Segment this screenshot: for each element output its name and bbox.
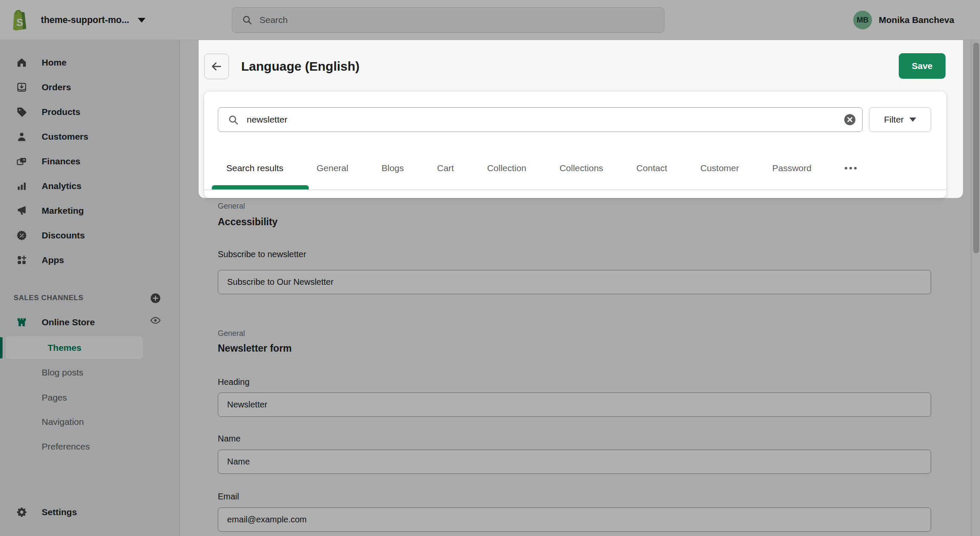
chevron-down-icon (909, 118, 916, 122)
sidebar-item-label: Customers (42, 132, 88, 142)
sales-channels-header: SALES CHANNELS (14, 290, 167, 306)
clear-search-icon[interactable] (843, 113, 856, 126)
home-icon (16, 57, 27, 68)
scrollbar-thumb[interactable] (973, 43, 979, 253)
sidebar-item-marketing[interactable]: Marketing (0, 198, 180, 223)
field-label: Subscribe to newsletter (218, 249, 306, 259)
search-card: Filter Search results General Blogs Cart… (204, 92, 946, 198)
sidebar-item-pages[interactable]: Pages (0, 387, 180, 408)
bar-chart-icon (16, 181, 27, 192)
sidebar-item-label: Pages (42, 393, 67, 403)
tag-icon (16, 106, 27, 118)
sidebar-item-navigation[interactable]: Navigation (0, 411, 180, 433)
tab-blogs[interactable]: Blogs (382, 163, 404, 173)
language-editor-sheet: Language (English) Save Filter Search re… (199, 40, 963, 198)
sidebar-item-label: Navigation (42, 417, 84, 427)
store-switcher[interactable]: theme-support-mo... (41, 0, 145, 40)
sidebar-item-home[interactable]: Home (0, 50, 180, 75)
tab-collections[interactable]: Collections (559, 163, 603, 173)
apps-icon (16, 255, 27, 266)
field-label: Email (218, 492, 239, 502)
finances-icon (16, 156, 27, 167)
global-search[interactable] (232, 7, 664, 33)
sidebar: Home Orders Products Customers Finances … (0, 40, 180, 536)
add-sales-channel-icon[interactable] (150, 292, 161, 304)
section-category: General (218, 329, 245, 338)
sidebar-item-products[interactable]: Products (0, 100, 180, 124)
search-icon (242, 14, 253, 26)
discount-icon (16, 230, 27, 241)
tab-bar: Search results General Blogs Cart Collec… (226, 160, 857, 177)
section-category: General (218, 202, 245, 211)
sidebar-item-label: Online Store (42, 317, 95, 327)
field-label: Heading (218, 377, 250, 387)
store-name: theme-support-mo... (41, 15, 129, 26)
tab-customer[interactable]: Customer (700, 163, 739, 173)
filter-button[interactable]: Filter (869, 107, 931, 132)
back-arrow-icon (210, 60, 223, 73)
active-item-accent-bar (0, 337, 3, 358)
global-search-input[interactable] (259, 15, 634, 25)
sidebar-item-label: Marketing (42, 206, 84, 216)
translation-search-field[interactable] (218, 107, 863, 132)
sidebar-item-label: Blog posts (42, 367, 83, 378)
tabs-overflow-icon[interactable] (845, 167, 857, 169)
field-label: Name (218, 434, 240, 444)
page-title: Language (English) (241, 56, 359, 77)
translation-search-input[interactable] (247, 115, 825, 125)
avatar: MB (853, 11, 872, 29)
sidebar-item-customers[interactable]: Customers (0, 124, 180, 149)
chevron-down-icon (138, 18, 145, 23)
sidebar-item-analytics[interactable]: Analytics (0, 174, 180, 198)
subscribe-to-newsletter-input[interactable] (218, 270, 931, 294)
sidebar-item-label: Settings (42, 507, 77, 517)
person-icon (16, 131, 27, 142)
storefront-icon (16, 317, 27, 328)
sidebar-item-label: Analytics (42, 181, 81, 191)
sidebar-item-settings[interactable]: Settings (0, 500, 180, 525)
eye-icon[interactable] (150, 315, 161, 326)
tab-general[interactable]: General (316, 163, 348, 173)
name-input[interactable] (218, 450, 931, 474)
sidebar-item-discounts[interactable]: Discounts (0, 223, 180, 248)
tab-contact[interactable]: Contact (636, 163, 667, 173)
sidebar-item-label: Themes (48, 336, 81, 359)
svg-text:S: S (17, 17, 23, 28)
filter-label: Filter (884, 115, 904, 125)
sidebar-item-orders[interactable]: Orders (0, 75, 180, 100)
sales-channels-label: SALES CHANNELS (14, 294, 83, 302)
tab-search-results[interactable]: Search results (226, 163, 283, 173)
section-heading: Accessibility (218, 216, 278, 228)
scrollbar-track[interactable] (971, 40, 980, 536)
section-heading: Newsletter form (218, 343, 292, 354)
shopify-logo-icon[interactable]: S (11, 9, 28, 31)
tabs-divider (204, 189, 946, 190)
sidebar-item-label: Apps (42, 255, 64, 265)
sidebar-item-label: Preferences (42, 441, 90, 452)
search-icon (228, 114, 239, 126)
tab-cart[interactable]: Cart (437, 163, 454, 173)
email-input[interactable] (218, 507, 931, 532)
orders-icon (16, 82, 27, 93)
sidebar-item-preferences[interactable]: Preferences (0, 436, 180, 457)
sidebar-item-label: Orders (42, 82, 71, 92)
tab-collection[interactable]: Collection (487, 163, 526, 173)
sidebar-item-themes[interactable]: Themes (6, 336, 143, 359)
sidebar-item-apps[interactable]: Apps (0, 248, 180, 272)
sidebar-item-blog-posts[interactable]: Blog posts (0, 362, 180, 383)
sidebar-item-label: Products (42, 107, 80, 117)
sidebar-item-finances[interactable]: Finances (0, 149, 180, 174)
user-name: Monika Bancheva (879, 15, 954, 25)
topbar: S theme-support-mo... MB Monika Bancheva (0, 0, 980, 40)
save-button[interactable]: Save (899, 53, 946, 79)
sidebar-item-label: Discounts (42, 230, 85, 241)
megaphone-icon (16, 205, 27, 216)
user-menu[interactable]: MB Monika Bancheva (853, 0, 954, 40)
tab-password[interactable]: Password (772, 163, 812, 173)
back-button[interactable] (204, 54, 229, 79)
heading-input[interactable] (218, 393, 931, 417)
sidebar-item-label: Home (42, 57, 66, 68)
sidebar-item-label: Finances (42, 156, 80, 166)
gear-icon (16, 507, 27, 518)
